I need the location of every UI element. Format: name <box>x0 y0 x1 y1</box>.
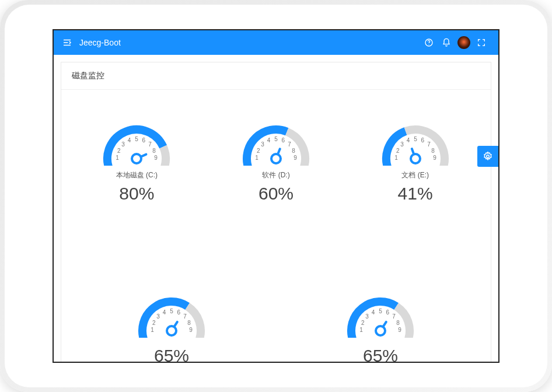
topbar: Jeecg-Boot <box>54 30 498 55</box>
svg-text:1: 1 <box>359 327 363 333</box>
svg-point-37 <box>411 154 420 163</box>
gauge-c: 123456789本地磁盘 (C:)80% <box>78 113 195 204</box>
svg-text:8: 8 <box>153 148 156 154</box>
gauge-row-2: 12345678965% 12345678965% <box>67 285 485 362</box>
gauge-value: 60% <box>258 184 294 204</box>
svg-text:9: 9 <box>398 327 401 333</box>
gauge-5: 12345678965% <box>322 285 439 362</box>
svg-text:7: 7 <box>427 141 431 148</box>
svg-text:3: 3 <box>400 141 404 148</box>
svg-text:4: 4 <box>372 309 375 316</box>
card-body: 123456789本地磁盘 (C:)80% 123456789软件 (D:)60… <box>61 90 491 362</box>
svg-text:1: 1 <box>394 155 398 161</box>
svg-text:7: 7 <box>288 141 291 148</box>
menu-toggle-icon[interactable] <box>62 37 72 48</box>
gauge-label: 文档 (E:) <box>401 170 429 180</box>
fullscreen-icon[interactable] <box>473 38 490 47</box>
svg-text:1: 1 <box>151 327 154 333</box>
svg-text:3: 3 <box>156 313 160 320</box>
svg-point-4 <box>428 44 429 45</box>
svg-text:8: 8 <box>396 320 400 326</box>
svg-text:5: 5 <box>135 136 139 142</box>
svg-text:5: 5 <box>379 308 382 314</box>
gauge-4: 12345678965% <box>113 285 230 362</box>
app-screen: Jeecg-Boot <box>53 29 499 363</box>
tablet-frame: Jeecg-Boot <box>0 0 552 392</box>
svg-text:6: 6 <box>142 137 146 144</box>
svg-text:1: 1 <box>255 155 258 161</box>
svg-text:4: 4 <box>163 309 166 316</box>
svg-point-48 <box>167 326 176 335</box>
svg-text:9: 9 <box>294 155 297 161</box>
disk-monitor-card: 磁盘监控 123456789本地磁盘 (C:)80% 123456789软件 (… <box>61 62 491 362</box>
gauge-value: 65% <box>363 346 398 362</box>
svg-text:7: 7 <box>183 313 187 320</box>
bell-icon[interactable] <box>438 38 455 47</box>
gauge-e: 123456789文档 (E:)41% <box>357 113 474 204</box>
settings-fab[interactable] <box>477 146 498 167</box>
svg-text:9: 9 <box>433 155 436 161</box>
gauge-label: 本地磁盘 (C:) <box>116 170 158 180</box>
svg-text:5: 5 <box>274 136 278 142</box>
svg-point-15 <box>132 154 141 163</box>
svg-text:2: 2 <box>396 148 400 154</box>
svg-point-60 <box>487 155 490 158</box>
svg-text:3: 3 <box>122 141 125 148</box>
svg-text:4: 4 <box>267 137 271 144</box>
svg-text:7: 7 <box>392 313 396 320</box>
svg-text:5: 5 <box>414 136 417 142</box>
svg-text:2: 2 <box>117 148 121 154</box>
app-title: Jeecg-Boot <box>79 38 121 47</box>
card-title: 磁盘监控 <box>61 62 491 90</box>
help-icon[interactable] <box>420 38 438 47</box>
svg-text:2: 2 <box>152 320 156 326</box>
svg-text:8: 8 <box>431 148 435 154</box>
svg-text:2: 2 <box>257 148 260 154</box>
svg-text:9: 9 <box>155 155 158 161</box>
gauge-d: 123456789软件 (D:)60% <box>218 113 334 204</box>
svg-text:8: 8 <box>292 148 295 154</box>
gauge-value: 41% <box>398 184 433 204</box>
svg-text:6: 6 <box>282 137 285 144</box>
avatar[interactable] <box>455 36 473 49</box>
svg-text:8: 8 <box>187 320 191 326</box>
svg-text:7: 7 <box>148 141 152 148</box>
content-area: 磁盘监控 123456789本地磁盘 (C:)80% 123456789软件 (… <box>54 55 498 362</box>
svg-text:2: 2 <box>361 320 365 326</box>
svg-text:4: 4 <box>128 137 131 144</box>
svg-text:6: 6 <box>421 137 424 144</box>
gauge-label: 软件 (D:) <box>262 170 289 180</box>
svg-text:6: 6 <box>386 309 390 316</box>
svg-text:9: 9 <box>189 327 193 333</box>
tablet-bezel: Jeecg-Boot <box>5 5 547 387</box>
gauge-row-1: 123456789本地磁盘 (C:)80% 123456789软件 (D:)60… <box>67 113 485 204</box>
svg-text:5: 5 <box>170 308 173 314</box>
svg-text:4: 4 <box>406 137 410 144</box>
gear-icon <box>483 151 493 162</box>
svg-point-26 <box>271 154 281 163</box>
gauge-value: 65% <box>154 346 189 362</box>
svg-point-59 <box>376 326 385 335</box>
svg-text:3: 3 <box>365 313 369 320</box>
svg-text:1: 1 <box>116 155 120 161</box>
gauge-value: 80% <box>119 184 154 204</box>
svg-text:6: 6 <box>177 309 181 316</box>
svg-text:3: 3 <box>261 141 264 148</box>
